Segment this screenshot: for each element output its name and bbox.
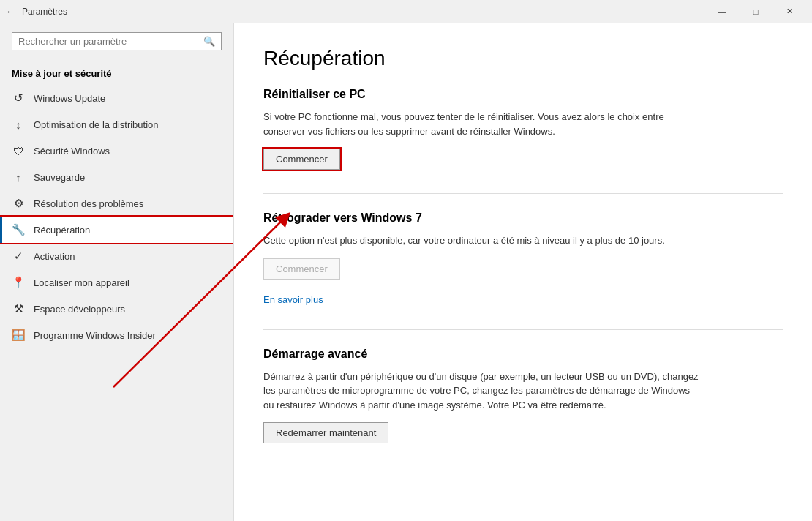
minimize-button[interactable]: — xyxy=(705,0,739,23)
section-retrograder: Rétrograder vers Windows 7 Cette option … xyxy=(263,211,783,306)
section-title-reinitialiser: Réinitialiser ce PC xyxy=(263,88,783,101)
main-layout: 🔍 Mise à jour et sécurité ↺ Windows Upda… xyxy=(0,23,812,521)
activation-icon: ✓ xyxy=(12,250,25,263)
section-demarrage: Démarrage avancé Démarrez à partir d'un … xyxy=(263,348,783,444)
sidebar-item-label: Localiser mon appareil xyxy=(34,277,129,288)
section-desc-reinitialiser: Si votre PC fonctionne mal, vous pouvez … xyxy=(263,110,702,138)
sidebar-item-sauvegarde[interactable]: ↑ Sauvegarde xyxy=(0,164,233,190)
back-button[interactable]: ← xyxy=(6,7,15,17)
search-input[interactable] xyxy=(18,36,203,47)
en-savoir-plus-link[interactable]: En savoir plus xyxy=(263,294,323,305)
insider-icon: 🪟 xyxy=(12,329,25,342)
section-desc-demarrage: Démarrez à partir d'un périphérique ou d… xyxy=(263,370,702,413)
recuperation-icon: 🔧 xyxy=(12,223,25,236)
sidebar-item-localiser[interactable]: 📍 Localiser mon appareil xyxy=(0,269,233,296)
sidebar-item-optimisation[interactable]: ↕ Optimisation de la distribution xyxy=(0,111,233,138)
close-button[interactable]: ✕ xyxy=(772,0,806,23)
sidebar-item-activation[interactable]: ✓ Activation xyxy=(0,243,233,269)
divider-2 xyxy=(263,329,783,330)
commencer-button-retrograder: Commencer xyxy=(263,258,340,280)
sidebar-item-developpeurs[interactable]: ⚒ Espace développeurs xyxy=(0,296,233,322)
redemarrer-button[interactable]: Redémarrer maintenant xyxy=(263,422,388,443)
sidebar-item-securite[interactable]: 🛡 Sécurité Windows xyxy=(0,138,233,164)
search-box[interactable]: 🔍 xyxy=(12,32,222,50)
divider-1 xyxy=(263,193,783,194)
sidebar-item-label: Programme Windows Insider xyxy=(34,330,156,341)
content-area: Récupération Réinitialiser ce PC Si votr… xyxy=(234,23,812,521)
sidebar-item-recuperation[interactable]: 🔧 Récupération xyxy=(0,217,233,243)
sauvegarde-icon: ↑ xyxy=(12,170,25,184)
sidebar-item-windows-update[interactable]: ↺ Windows Update xyxy=(0,85,233,111)
window-controls: — □ ✕ xyxy=(705,0,806,23)
section-reinitialiser: Réinitialiser ce PC Si votre PC fonction… xyxy=(263,88,783,170)
search-icon: 🔍 xyxy=(203,36,215,47)
sidebar-item-insider[interactable]: 🪟 Programme Windows Insider xyxy=(0,322,233,348)
section-desc-retrograder: Cette option n'est plus disponible, car … xyxy=(263,233,702,248)
developpeurs-icon: ⚒ xyxy=(12,302,25,315)
securite-icon: 🛡 xyxy=(12,144,25,157)
sidebar-item-resolution[interactable]: ⚙ Résolution des problèmes xyxy=(0,190,233,217)
title-bar: ← Paramètres — □ ✕ xyxy=(0,0,812,23)
maximize-button[interactable]: □ xyxy=(739,0,772,23)
optimisation-icon: ↕ xyxy=(12,118,25,131)
sidebar-item-label: Activation xyxy=(34,251,75,262)
section-title-retrograder: Rétrograder vers Windows 7 xyxy=(263,211,783,225)
sidebar-item-label: Sécurité Windows xyxy=(34,146,110,157)
commencer-button-reinitialiser[interactable]: Commencer xyxy=(263,149,340,170)
sidebar-item-label: Résolution des problèmes xyxy=(34,198,143,209)
sidebar: 🔍 Mise à jour et sécurité ↺ Windows Upda… xyxy=(0,23,234,521)
sidebar-item-label: Sauvegarde xyxy=(34,172,85,183)
sidebar-item-label: Windows Update xyxy=(34,93,105,104)
sidebar-item-label: Récupération xyxy=(34,225,90,236)
windows-update-icon: ↺ xyxy=(12,91,25,105)
sidebar-item-label: Optimisation de la distribution xyxy=(34,119,159,130)
page-title: Récupération xyxy=(263,47,783,70)
main-wrapper: 🔍 Mise à jour et sécurité ↺ Windows Upda… xyxy=(0,23,812,521)
section-title-demarrage: Démarrage avancé xyxy=(263,348,783,361)
sidebar-section-title: Mise à jour et sécurité xyxy=(0,59,233,85)
resolution-icon: ⚙ xyxy=(12,197,25,210)
sidebar-item-label: Espace développeurs xyxy=(34,304,125,315)
localiser-icon: 📍 xyxy=(12,276,25,289)
window-title: Paramètres xyxy=(22,7,705,17)
